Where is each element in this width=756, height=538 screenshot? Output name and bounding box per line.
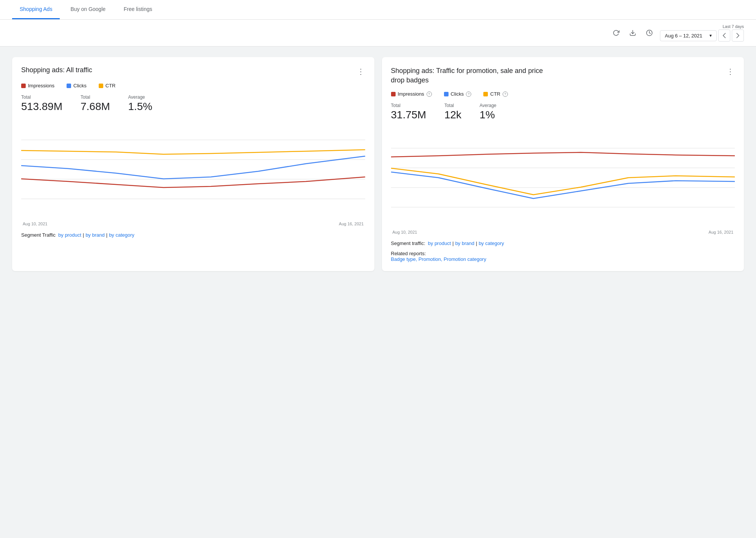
legend-impressions: Impressions <box>21 83 54 88</box>
toolbar: Last 7 days Aug 6 – 12, 2021 ▾ <box>0 20 756 47</box>
download-icon[interactable] <box>628 28 637 37</box>
history-icon[interactable] <box>645 28 654 37</box>
card1-date-labels: Aug 10, 2021 Aug 16, 2021 <box>21 222 365 226</box>
card2-metric-clicks-label: Total <box>444 103 461 108</box>
card2-segment-footer: Segment traffic: by product|by brand|by … <box>391 240 735 246</box>
card-all-traffic: Shopping ads: All traffic ⋮ Impressions … <box>12 57 374 271</box>
card2-metric-impressions-label: Total <box>391 103 426 108</box>
card2-legend-impressions: Impressions ? <box>391 91 432 97</box>
prev-date-button[interactable] <box>718 29 730 42</box>
card2-segment-label: Segment traffic: <box>391 240 425 246</box>
clicks-dot <box>67 84 71 88</box>
card2-date-end: Aug 16, 2021 <box>709 230 733 234</box>
card2-legend-clicks: Clicks ? <box>444 91 472 97</box>
card2-legend-ctr: CTR ? <box>483 91 508 97</box>
card2-related-reports: Related reports: Badge type, Promotion, … <box>391 251 735 262</box>
ctr-label: CTR <box>106 83 116 88</box>
card2-menu-icon[interactable]: ⋮ <box>726 66 735 77</box>
metric-impressions-value: 513.89M <box>21 101 62 113</box>
card1-link-by-brand[interactable]: by brand <box>85 232 105 238</box>
metric-ctr: Average 1.5% <box>128 95 152 113</box>
metric-clicks-label: Total <box>81 95 110 100</box>
next-date-button[interactable] <box>732 29 744 42</box>
date-range-picker: Aug 6 – 12, 2021 ▾ <box>660 29 744 42</box>
card2-link-by-brand[interactable]: by brand <box>455 240 475 246</box>
card1-title: Shopping ads: All traffic <box>21 66 92 74</box>
legend-clicks: Clicks <box>67 83 87 88</box>
card2-header: Shopping ads: Traffic for promotion, sal… <box>391 66 735 85</box>
card2-date-labels: Aug 10, 2021 Aug 16, 2021 <box>391 230 735 234</box>
card2-metric-clicks-value: 12k <box>444 109 461 121</box>
date-range-button[interactable]: Aug 6 – 12, 2021 ▾ <box>660 30 717 41</box>
card1-segment-label: Segment Traffic <box>21 232 56 238</box>
card2-date-start: Aug 10, 2021 <box>393 230 417 234</box>
card1-segment-footer: Segment Traffic by product|by brand|by c… <box>21 232 365 238</box>
metric-clicks: Total 7.68M <box>81 95 110 113</box>
tab-buy-on-google[interactable]: Buy on Google <box>63 0 113 19</box>
card2-clicks-label: Clicks ? <box>451 91 472 97</box>
card1-legend: Impressions Clicks CTR <box>21 83 365 88</box>
card2-metric-ctr: Average 1% <box>480 103 496 121</box>
metric-clicks-value: 7.68M <box>81 101 110 113</box>
related-reports-label: Related reports: <box>391 251 426 256</box>
metric-impressions-label: Total <box>21 95 62 100</box>
tab-bar: Shopping Ads Buy on Google Free listings <box>0 0 756 20</box>
tab-shopping-ads[interactable]: Shopping Ads <box>12 0 60 19</box>
legend-ctr: CTR <box>99 83 116 88</box>
impressions-help-icon[interactable]: ? <box>427 91 432 97</box>
card2-metric-ctr-label: Average <box>480 103 496 108</box>
card2-metric-impressions: Total 31.75M <box>391 103 426 121</box>
card2-metric-clicks: Total 12k <box>444 103 461 121</box>
card2-link-by-category[interactable]: by category <box>479 240 504 246</box>
card2-legend: Impressions ? Clicks ? CTR ? <box>391 91 735 97</box>
card2-related-links[interactable]: Badge type, Promotion, Promotion categor… <box>391 256 486 262</box>
card2-ctr-dot <box>483 92 488 96</box>
card1-link-by-product[interactable]: by product <box>58 232 81 238</box>
metric-ctr-label: Average <box>128 95 152 100</box>
metric-ctr-value: 1.5% <box>128 101 152 113</box>
date-range-container: Last 7 days Aug 6 – 12, 2021 ▾ <box>660 24 744 42</box>
clicks-label: Clicks <box>73 83 87 88</box>
impressions-dot <box>21 84 26 88</box>
card2-impressions-label: Impressions ? <box>398 91 432 97</box>
card2-impressions-dot <box>391 92 396 96</box>
date-range-label: Last 7 days <box>723 24 744 29</box>
toolbar-icons <box>612 28 654 37</box>
refresh-icon[interactable] <box>612 28 621 37</box>
card2-metrics: Total 31.75M Total 12k Average 1% <box>391 103 735 121</box>
card1-metrics: Total 513.89M Total 7.68M Average 1.5% <box>21 95 365 113</box>
ctr-dot <box>99 84 103 88</box>
metric-impressions: Total 513.89M <box>21 95 62 113</box>
card1-menu-icon[interactable]: ⋮ <box>356 66 365 77</box>
card1-header: Shopping ads: All traffic ⋮ <box>21 66 365 77</box>
tab-free-listings[interactable]: Free listings <box>116 0 160 19</box>
card1-date-end: Aug 16, 2021 <box>339 222 363 226</box>
main-content: Shopping ads: All traffic ⋮ Impressions … <box>0 47 756 282</box>
clicks-help-icon[interactable]: ? <box>466 91 471 97</box>
card1-chart <box>21 120 365 219</box>
card2-title: Shopping ads: Traffic for promotion, sal… <box>391 66 557 85</box>
chevron-down-icon: ▾ <box>709 33 712 38</box>
card2-chart <box>391 129 735 227</box>
card2-metric-ctr-value: 1% <box>480 109 496 121</box>
card2-metric-impressions-value: 31.75M <box>391 109 426 121</box>
ctr-help-icon[interactable]: ? <box>503 91 508 97</box>
card1-date-start: Aug 10, 2021 <box>23 222 47 226</box>
card2-clicks-dot <box>444 92 449 96</box>
impressions-label: Impressions <box>28 83 54 88</box>
card1-link-by-category[interactable]: by category <box>109 232 134 238</box>
card2-link-by-product[interactable]: by product <box>428 240 451 246</box>
card2-ctr-label: CTR ? <box>490 91 508 97</box>
card-promotion-badges: Shopping ads: Traffic for promotion, sal… <box>382 57 744 271</box>
